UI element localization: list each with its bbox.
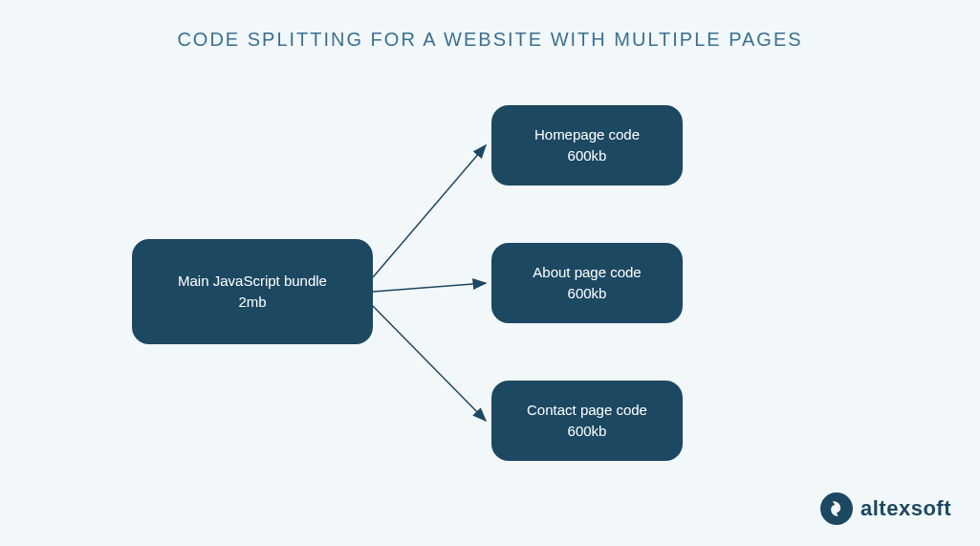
contact-label: Contact page code <box>527 400 647 422</box>
main-bundle-box: Main JavaScript bundle 2mb <box>132 239 373 344</box>
homepage-code-box: Homepage code 600kb <box>491 105 683 186</box>
about-label: About page code <box>533 262 641 284</box>
brand-mark-icon <box>820 492 853 525</box>
diagram-canvas: Main JavaScript bundle 2mb Homepage code… <box>0 0 980 546</box>
main-bundle-label: Main JavaScript bundle <box>178 271 327 293</box>
main-bundle-size: 2mb <box>238 292 266 314</box>
arrow-to-homepage <box>373 145 486 277</box>
arrow-to-about <box>373 283 486 292</box>
about-code-box: About page code 600kb <box>491 243 683 323</box>
brand-logo: altexsoft <box>820 492 951 525</box>
contact-code-box: Contact page code 600kb <box>491 381 683 461</box>
brand-text: altexsoft <box>860 496 951 521</box>
about-size: 600kb <box>568 283 607 305</box>
contact-size: 600kb <box>568 421 607 443</box>
arrow-to-contact <box>373 306 486 421</box>
homepage-label: Homepage code <box>534 124 640 146</box>
homepage-size: 600kb <box>568 145 607 167</box>
